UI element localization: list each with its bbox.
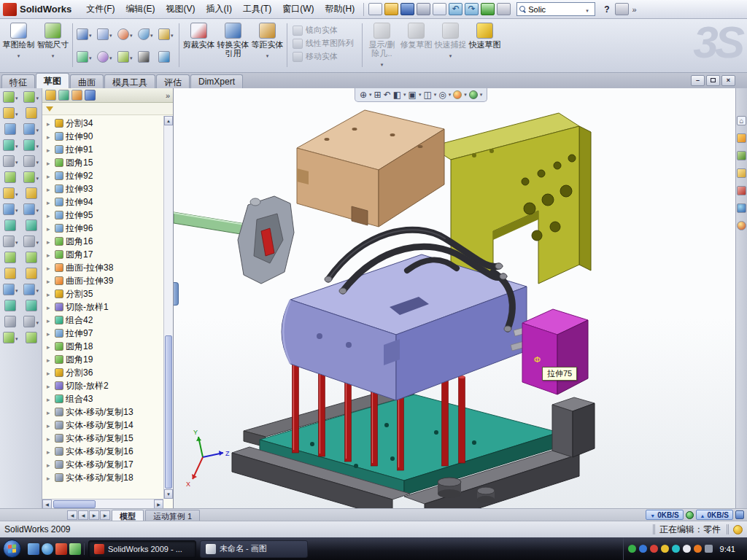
sketch-button[interactable]: 草图绘制 [1, 20, 36, 70]
property-manager-icon[interactable] [58, 90, 69, 101]
ellipse-tool-button[interactable] [96, 46, 115, 68]
previous-tab-button[interactable] [78, 510, 88, 520]
move-entities-button[interactable]: 移动实体 [293, 51, 357, 62]
design-library-icon[interactable] [737, 151, 746, 160]
first-tab-button[interactable] [67, 510, 77, 520]
file-explorer-icon[interactable] [737, 168, 746, 178]
smart-dimension-button[interactable]: 智能尺寸 [36, 20, 70, 70]
revolve-boss-button[interactable] [3, 107, 18, 119]
expander-icon[interactable] [47, 407, 53, 417]
expander-icon[interactable] [47, 368, 53, 378]
gear-icon[interactable] [615, 3, 629, 15]
zoom-area-icon[interactable] [374, 89, 382, 101]
line-button[interactable] [23, 123, 39, 135]
expander-icon[interactable] [47, 197, 53, 207]
convert-entities-button[interactable] [26, 268, 37, 279]
search-dropdown-icon[interactable] [586, 4, 589, 15]
save-icon[interactable] [400, 3, 414, 15]
search-icon[interactable] [737, 186, 746, 195]
expander-icon[interactable] [47, 459, 53, 470]
tree-item[interactable]: 圆角15 [42, 156, 163, 169]
repair-sketch-button[interactable]: 修复草图 [399, 20, 433, 70]
move-entities-button[interactable] [26, 332, 37, 343]
restore-button[interactable] [706, 75, 720, 86]
net-monitor-icon[interactable] [735, 510, 744, 519]
dropdown-arrow-icon[interactable] [36, 172, 39, 182]
fillet-button[interactable] [3, 203, 18, 215]
polygon-tool-button[interactable] [157, 23, 177, 45]
tree-item[interactable]: 拉伸90 [42, 130, 163, 143]
tab-dimxpert[interactable]: DimXpert [190, 74, 243, 88]
sketch-button[interactable] [23, 91, 39, 103]
tree-item[interactable]: 曲面-拉伸39 [42, 274, 163, 287]
expander-icon[interactable] [47, 171, 53, 181]
dropdown-arrow-icon[interactable] [15, 204, 18, 214]
tree-item[interactable]: 切除-放样2 [42, 379, 163, 392]
configuration-manager-icon[interactable] [71, 90, 82, 101]
search-input[interactable] [528, 5, 584, 14]
scrollbar-thumb[interactable] [165, 335, 172, 489]
expander-icon[interactable] [47, 472, 53, 483]
offset-entities-button[interactable]: 等距实体 [250, 20, 285, 70]
dropdown-arrow-icon[interactable] [15, 156, 18, 166]
line-tool-button[interactable] [75, 23, 95, 45]
dropdown-arrow-icon[interactable] [36, 284, 39, 295]
expander-icon[interactable] [47, 381, 53, 391]
tree-item[interactable]: 拉伸92 [42, 169, 163, 182]
dropdown-arrow-icon[interactable] [434, 92, 437, 98]
tab-surfaces[interactable]: 曲面 [70, 74, 104, 88]
dropdown-arrow-icon[interactable] [150, 29, 153, 39]
linear-sketch-pattern-button[interactable]: 线性草图阵列 [293, 38, 357, 49]
model-3d[interactable]: Φ [174, 88, 735, 508]
tab-motion-study[interactable]: 运动算例 1 [145, 510, 200, 521]
tree-item[interactable]: 圆角16 [42, 235, 163, 248]
rapid-sketch-button[interactable]: 快速草图 [468, 20, 502, 70]
quick-snaps-button[interactable]: 快速捕捉 [433, 20, 468, 70]
tree-item[interactable]: 拉伸91 [42, 143, 163, 156]
rebuild-icon[interactable] [481, 3, 495, 15]
expander-icon[interactable] [47, 158, 53, 168]
reference-geometry-button[interactable] [3, 332, 18, 343]
solidworks-icon[interactable] [55, 543, 67, 555]
menu-tools[interactable]: 工具(T) [238, 0, 276, 18]
options-icon[interactable] [497, 3, 511, 15]
expander-icon[interactable] [47, 289, 53, 299]
scroll-up-button[interactable] [164, 116, 173, 125]
zoom-fit-icon[interactable] [360, 89, 367, 101]
antivirus-icon[interactable] [628, 545, 636, 553]
polygon-button[interactable] [26, 187, 37, 199]
scrollbar-thumb[interactable] [53, 500, 96, 508]
tree-item[interactable]: 拉伸94 [42, 195, 163, 209]
dropdown-arrow-icon[interactable] [15, 108, 18, 118]
circle-button[interactable] [23, 155, 39, 167]
expander-icon[interactable] [47, 315, 53, 325]
toolbar-overflow-chevron[interactable]: » [630, 5, 639, 14]
tree-item[interactable]: 分割36 [42, 366, 163, 379]
expander-icon[interactable] [47, 118, 53, 128]
green-rod[interactable] [174, 212, 245, 235]
dropdown-arrow-icon[interactable] [130, 29, 133, 39]
media-player-icon[interactable] [69, 543, 81, 555]
menu-view[interactable]: 视图(V) [161, 0, 201, 18]
dropdown-arrow-icon[interactable] [36, 236, 39, 246]
text-tool-button[interactable] [157, 46, 177, 68]
expander-icon[interactable] [47, 394, 53, 404]
undo-icon[interactable] [449, 3, 462, 15]
display-delete-relations-button[interactable]: 显示/删除几.. [365, 20, 399, 70]
net-monitor-orb-icon[interactable] [686, 511, 694, 519]
taskbar-task-solidworks[interactable]: SolidWorks 2009 - ... [88, 540, 196, 558]
expander-icon[interactable] [47, 223, 53, 233]
arc-button[interactable] [23, 171, 39, 183]
open-icon[interactable] [384, 3, 398, 15]
dropdown-arrow-icon[interactable] [419, 92, 422, 98]
menu-help[interactable]: 帮助(H) [320, 0, 360, 18]
rib-button[interactable] [3, 236, 18, 247]
expander-icon[interactable] [47, 354, 53, 365]
magenta-block[interactable]: Φ [522, 309, 588, 394]
trim-entities-button[interactable]: 剪裁实体 [182, 20, 216, 70]
graphics-viewport[interactable]: Φ [174, 88, 735, 508]
tree-item[interactable]: 拉伸95 [42, 209, 163, 222]
apply-scene-icon[interactable] [469, 90, 478, 99]
extrude-boss-button[interactable] [3, 91, 18, 103]
expander-icon[interactable] [47, 341, 53, 351]
